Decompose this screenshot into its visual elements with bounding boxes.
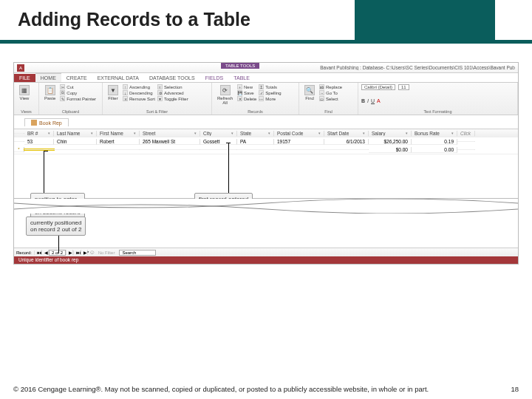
totals-icon: Σ <box>259 84 264 89</box>
view-button[interactable]: ▦View <box>17 84 32 101</box>
nav-filter-status: ⛒ No Filter <box>88 250 119 255</box>
new-icon: ＋ <box>237 84 242 89</box>
remove-sort-button[interactable]: ⨯Remove Sort <box>123 96 155 101</box>
group-find: Find <box>302 109 355 114</box>
col-lastname[interactable]: Last Name▾ <box>54 131 97 137</box>
col-br[interactable]: BR #▾ <box>24 131 54 137</box>
col-postal[interactable]: Postal Code▾ <box>274 131 324 137</box>
col-firstname[interactable]: First Name▾ <box>97 131 140 137</box>
font-size-select[interactable]: 11 <box>398 84 409 90</box>
paste-button[interactable]: 📋Paste <box>42 84 58 101</box>
totals-button[interactable]: ΣTotals <box>259 84 281 89</box>
filter-button[interactable]: ▼Filter <box>106 84 120 101</box>
cell-bonus[interactable]: 0.19 <box>412 139 457 145</box>
group-text-formatting: Text Formatting <box>361 109 514 114</box>
torn-edge <box>13 199 519 214</box>
toggle-filter-button[interactable]: ▼Toggle Filter <box>157 96 188 101</box>
col-salary[interactable]: Salary▾ <box>369 131 412 137</box>
tab-file[interactable]: FILE <box>14 74 35 82</box>
advanced-button[interactable]: ⚙Advanced <box>157 90 188 95</box>
cut-button[interactable]: ✂Cut <box>60 84 96 89</box>
toggle-icon: ▼ <box>157 96 163 101</box>
nav-prev-button[interactable]: ◀ <box>41 250 49 255</box>
nav-new-button[interactable]: ▶* <box>81 250 88 255</box>
ascending-button[interactable]: ↑Ascending <box>123 84 155 89</box>
save-button[interactable]: 💾Save <box>237 90 256 95</box>
nav-position[interactable]: 2 of 2 <box>49 250 66 256</box>
col-bonus[interactable]: Bonus Rate▾ <box>412 131 457 137</box>
cell-street[interactable]: 265 Maxwell St <box>140 139 200 145</box>
nav-last-button[interactable]: ⏭ <box>73 250 81 255</box>
nav-search-input[interactable]: Search <box>119 250 156 256</box>
underline-button[interactable]: U <box>371 98 375 103</box>
sort-asc-icon: ↑ <box>123 84 128 89</box>
copyright-text: © 2016 Cengage Learning®. May not be sca… <box>13 385 429 393</box>
descending-button[interactable]: ↓Descending <box>123 90 155 95</box>
callout-arrow <box>58 236 59 253</box>
cell-firstname[interactable]: Robert <box>97 139 140 145</box>
goto-button[interactable]: →Go To <box>319 90 342 95</box>
nav-label: Record: <box>14 250 34 255</box>
italic-button[interactable]: I <box>367 98 369 103</box>
page-number: 18 <box>511 385 519 393</box>
new-record-button[interactable]: ＋New <box>237 84 256 89</box>
col-click-to-add[interactable]: Click <box>457 131 475 137</box>
tab-database-tools[interactable]: DATABASE TOOLS <box>144 74 200 82</box>
selection-button[interactable]: ▿Selection <box>157 84 188 89</box>
cell-br-new[interactable] <box>24 149 54 150</box>
spelling-button[interactable]: ✓Spelling <box>259 90 281 95</box>
app-titlebar: A TABLE TOOLS Bavant Publishing : Databa… <box>14 63 518 73</box>
cell-startdate[interactable]: 6/1/2013 <box>324 139 369 145</box>
tab-create[interactable]: CREATE <box>61 74 92 82</box>
cell-state[interactable]: PA <box>237 139 274 145</box>
advanced-icon: ⚙ <box>157 90 163 95</box>
delete-icon: ✕ <box>237 96 242 101</box>
bold-button[interactable]: B <box>361 98 365 103</box>
col-state[interactable]: State▾ <box>237 131 274 137</box>
tab-table[interactable]: TABLE <box>228 74 255 82</box>
datasheet: Book Rep BR #▾ Last Name▾ First Name▾ St… <box>14 115 518 198</box>
table-row[interactable]: 53 Chin Robert 265 Maxwell St Gossett PA… <box>14 137 518 146</box>
more-button[interactable]: ⋯More <box>259 96 281 101</box>
window-title: Bavant Publishing : Database- C:\Users\S… <box>320 65 515 70</box>
font-color-button[interactable]: A <box>377 98 381 103</box>
callout-arrow <box>228 143 229 193</box>
cell-salary[interactable]: $26,250.00 <box>369 139 412 145</box>
tab-home[interactable]: HOME <box>35 73 61 82</box>
callout-arrow-tip <box>226 143 231 143</box>
table-tab[interactable]: Book Rep <box>24 118 69 126</box>
new-record-icon: * <box>14 147 24 152</box>
callout-arrow-tip <box>44 151 48 151</box>
record-navigator: Record: ⏮ ◀ 2 of 2 ▶ ⏭ ▶* ⛒ No Filter Se… <box>14 248 518 256</box>
datasheet-icon: ▦ <box>19 85 30 95</box>
tab-external-data[interactable]: EXTERNAL DATA <box>92 74 144 82</box>
col-street[interactable]: Street▾ <box>140 131 200 137</box>
format-painter-button[interactable]: ✎Format Painter <box>60 96 96 101</box>
nav-first-button[interactable]: ⏮ <box>34 250 41 255</box>
cell-postal[interactable]: 19157 <box>274 139 324 145</box>
cell-br[interactable]: 53 <box>24 139 54 145</box>
col-city[interactable]: City▾ <box>200 131 237 137</box>
selection-icon: ▿ <box>157 84 163 89</box>
col-startdate[interactable]: Start Date▾ <box>324 131 369 137</box>
refresh-button[interactable]: ⟳Refresh All <box>215 84 235 106</box>
brush-icon: ✎ <box>60 96 65 101</box>
callout-current-record: currently positioned on record 2 out of … <box>26 216 86 236</box>
nav-next-button[interactable]: ▶ <box>66 250 73 255</box>
refresh-icon: ⟳ <box>220 85 231 95</box>
font-name-select[interactable]: Calibri (Detail) <box>361 84 395 90</box>
sort-desc-icon: ↓ <box>123 90 128 95</box>
table-row-new[interactable]: * $0.00 0.00 <box>14 146 518 154</box>
tab-fields[interactable]: FIELDS <box>200 74 229 82</box>
cell-bonus-new[interactable]: 0.00 <box>412 147 457 153</box>
copy-button[interactable]: ⧉Copy <box>60 90 96 95</box>
replace-button[interactable]: abReplace <box>319 84 342 89</box>
paste-icon: 📋 <box>45 85 55 95</box>
cell-city[interactable]: Gossett <box>200 139 237 145</box>
access-logo-icon: A <box>17 64 24 72</box>
cell-salary-new[interactable]: $0.00 <box>369 147 412 153</box>
delete-button[interactable]: ✕Delete <box>237 96 256 101</box>
find-button[interactable]: 🔍Find <box>302 84 317 101</box>
select-button[interactable]: ▭Select <box>319 96 342 101</box>
cell-lastname[interactable]: Chin <box>54 139 97 145</box>
